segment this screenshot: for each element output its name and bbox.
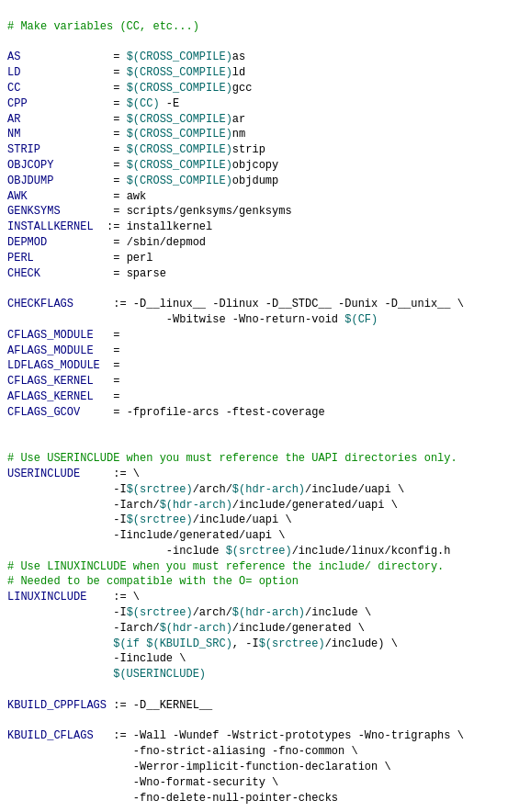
code-line: AFLAGS_KERNEL = (0, 389, 519, 405)
code-line: OBJDUMP = $(CROSS_COMPILE)objdump (0, 174, 519, 189)
code-line: CFLAGS_MODULE = (0, 328, 519, 344)
code-line: INSTALLKERNEL := installkernel (0, 220, 519, 235)
code-line (0, 281, 519, 297)
code-line: KBUILD_CPPFLAGS := -D__KERNEL__ (0, 698, 519, 714)
code-line: CHECK = sparse (0, 266, 519, 282)
code-line: USERINCLUDE := \ (0, 467, 519, 482)
code-line: # Use USERINCLUDE when you must referenc… (0, 451, 519, 467)
code-line: GENKSYMS = scripts/genksyms/genksyms (0, 204, 519, 220)
code-line: -Wbitwise -Wno-return-void $(CF) (0, 312, 519, 328)
code-line: CFLAGS_GCOV = -fprofile-arcs -ftest-cove… (0, 405, 519, 421)
code-line: PERL = perl (0, 251, 519, 266)
code-line: AR = $(CROSS_COMPILE)ar (0, 112, 519, 128)
code-line: KBUILD_CFLAGS := -Wall -Wundef -Wstrict-… (0, 728, 519, 744)
code-line: DEPMOD = /sbin/depmod (0, 235, 519, 251)
code-line: LDFLAGS_MODULE = (0, 358, 519, 374)
code-line: -I$(srctree)/arch/$(hdr-arch)/include/ua… (0, 482, 519, 498)
code-line: -I$(srctree)/arch/$(hdr-arch)/include \ (0, 605, 519, 621)
code-line: -I$(srctree)/include/uapi \ (0, 513, 519, 528)
code-line: -fno-strict-aliasing -fno-common \ (0, 744, 519, 760)
code-line: CFLAGS_KERNEL = (0, 374, 519, 389)
code-line: -Wno-format-security \ (0, 775, 519, 791)
code-line: CC = $(CROSS_COMPILE)gcc (0, 81, 519, 96)
code-line: $(if $(KBUILD_SRC), -I$(srctree)/include… (0, 637, 519, 652)
code-line: OBJCOPY = $(CROSS_COMPILE)objcopy (0, 158, 519, 174)
code-line (0, 682, 519, 698)
code-line: -Iinclude \ (0, 651, 519, 667)
code-line (0, 435, 519, 451)
code-line: AFLAGS_MODULE = (0, 344, 519, 359)
code-line (0, 421, 519, 436)
code-line: CPP = $(CC) -E (0, 96, 519, 112)
code-line: -Iarch/$(hdr-arch)/include/generated \ (0, 621, 519, 637)
code-line: # Needed to be compatible with the O= op… (0, 574, 519, 590)
code-line: LINUXINCLUDE := \ (0, 590, 519, 605)
code-line (0, 35, 519, 51)
code-line: # Make variables (CC, etc...) (0, 19, 519, 35)
code-line: -Iarch/$(hdr-arch)/include/generated/uap… (0, 498, 519, 513)
code-line: STRIP = $(CROSS_COMPILE)strip (0, 142, 519, 158)
code-line: NM = $(CROSS_COMPILE)nm (0, 127, 519, 142)
code-line: LD = $(CROSS_COMPILE)ld (0, 65, 519, 81)
code-line: -Iinclude/generated/uapi \ (0, 528, 519, 544)
code-line: -fno-delete-null-pointer-checks (0, 791, 519, 806)
code-line: CHECKFLAGS := -D__linux__ -Dlinux -D__ST… (0, 297, 519, 312)
code-line (0, 714, 519, 729)
code-line: # Use LINUXINCLUDE when you must referen… (0, 559, 519, 575)
code-line: AWK = awk (0, 189, 519, 205)
code-line: $(USERINCLUDE) (0, 667, 519, 682)
code-line: AS = $(CROSS_COMPILE)as (0, 50, 519, 65)
code-line: -include $(srctree)/include/linux/kconfi… (0, 544, 519, 559)
code-line: -Werror-implicit-function-declaration \ (0, 760, 519, 775)
code-viewer: # Make variables (CC, etc...) AS = $(CRO… (0, 0, 519, 809)
